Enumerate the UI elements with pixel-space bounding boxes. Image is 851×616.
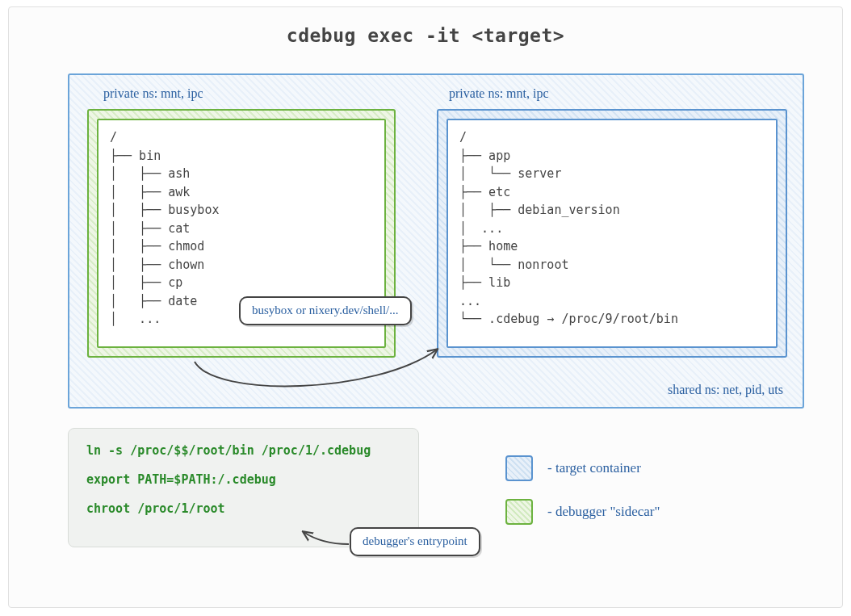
target-filetree: / ├── app │ └── server ├── etc │ ├── deb… <box>446 119 778 348</box>
diagram-title: cdebug exec -it <target> <box>9 25 842 46</box>
code-line-ln: ln -s /proc/$$/root/bin /proc/1/.cdebug <box>86 443 400 458</box>
target-container-box: / ├── app │ └── server ├── etc │ ├── deb… <box>437 109 787 358</box>
swatch-sidecar-icon <box>505 499 533 525</box>
diagram-canvas: cdebug exec -it <target> private ns: mnt… <box>8 6 843 608</box>
legend-target-label: - target container <box>547 460 641 476</box>
code-line-chroot: chroot /proc/1/root <box>86 501 400 516</box>
target-ns-label: private ns: mnt, ipc <box>449 86 549 101</box>
entrypoint-callout: debugger's entrypoint <box>350 527 480 556</box>
debugger-ns-label: private ns: mnt, ipc <box>103 86 203 101</box>
code-line-export: export PATH=$PATH:/.cdebug <box>86 472 400 487</box>
legend-row-target: - target container <box>505 455 660 481</box>
shared-ns-label: shared ns: net, pid, uts <box>668 383 783 397</box>
legend-row-sidecar: - debugger "sidecar" <box>505 499 660 525</box>
legend-sidecar-label: - debugger "sidecar" <box>547 504 660 520</box>
shared-namespace-box: private ns: mnt, ipc private ns: mnt, ip… <box>68 73 804 409</box>
legend: - target container - debugger "sidecar" <box>505 455 660 543</box>
swatch-target-icon <box>505 455 533 481</box>
busybox-callout: busybox or nixery.dev/shell/... <box>239 296 412 325</box>
